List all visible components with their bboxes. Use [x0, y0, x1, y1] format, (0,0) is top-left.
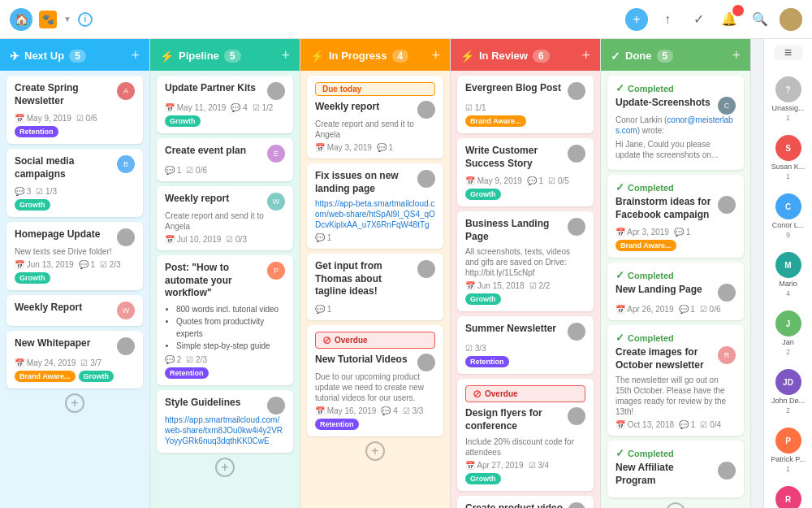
- avatar: R: [718, 346, 736, 364]
- table-row[interactable]: Fix issues on new landing page https://a…: [307, 163, 443, 249]
- avatar: [718, 462, 736, 480]
- add-card-button[interactable]: +: [215, 458, 235, 477]
- card-title: Update-Screenshots: [615, 97, 710, 110]
- sidebar-item[interactable]: J Jan 2: [764, 307, 812, 359]
- column-body-done: ✓ Completed Update-Screenshots C Conor L…: [601, 71, 750, 508]
- sidebar-item[interactable]: S Susan K... 1: [764, 132, 812, 184]
- avatar: M: [775, 252, 801, 278]
- column-title: In Progress: [329, 50, 387, 62]
- card-subtitle: Create report and send it to Angela: [165, 211, 285, 232]
- info-icon[interactable]: i: [78, 12, 93, 27]
- table-row[interactable]: ⊘ Overdue New Tutorial Videos Due to our…: [307, 325, 443, 436]
- sidebar-menu-icon[interactable]: ≡: [774, 46, 803, 60]
- table-row[interactable]: Create Spring Newsletter A 📅 May 9, 2019…: [6, 76, 143, 144]
- card-subtitle: The newsletter will go out on 15th Octob…: [615, 375, 736, 417]
- column-add-button[interactable]: +: [281, 47, 290, 64]
- list-item: Quotes from productivity experts: [176, 315, 285, 340]
- table-row[interactable]: ✓ Completed Update-Screenshots C Conor L…: [607, 76, 744, 170]
- table-row[interactable]: New Whitepaper 📅 May 24, 2019☑ 3/7Brand …: [6, 331, 143, 389]
- sidebar-item[interactable]: JD John De... 2: [764, 366, 812, 418]
- notifications-button[interactable]: 🔔: [718, 8, 741, 31]
- table-row[interactable]: ✓ Completed Create images for October ne…: [607, 325, 744, 436]
- home-button[interactable]: 🏠: [10, 8, 32, 31]
- table-row[interactable]: Create event plan E 💬 1☑ 0/6: [157, 138, 293, 181]
- add-card-button[interactable]: +: [666, 502, 685, 508]
- chevron-down-icon: ▼: [63, 15, 71, 24]
- card-subtitle: Due to our upcoming product update we ne…: [315, 371, 435, 403]
- card-date: 📅 May 11, 2019: [165, 103, 226, 112]
- add-card-button[interactable]: +: [365, 441, 385, 461]
- sidebar-item[interactable]: ? Unassig... 1: [764, 73, 812, 125]
- table-row[interactable]: Write Customer Success Story 📅 May 9, 20…: [457, 138, 594, 206]
- sidebar-item[interactable]: C Conor L... 9: [764, 190, 812, 242]
- column-icon: ⚡: [160, 50, 174, 63]
- card-tag: Growth: [465, 189, 501, 200]
- card-date: 📅 Jun 15, 2018: [465, 281, 525, 290]
- user-avatar[interactable]: [780, 8, 802, 31]
- card-tag: Growth: [165, 115, 201, 127]
- table-row[interactable]: ✓ Completed New Landing Page 📅 Apr 26, 2…: [607, 263, 744, 320]
- table-row[interactable]: Summer Newsletter ☑ 3/3Retention: [457, 316, 594, 374]
- table-row[interactable]: Homepage Update New texts see Drive fold…: [6, 222, 143, 290]
- avatar: JD: [775, 369, 801, 395]
- table-row[interactable]: Get input from Thomas about tagline idea…: [307, 254, 443, 320]
- card-tag: Growth: [465, 473, 501, 484]
- column-icon: ⚡: [460, 50, 474, 63]
- table-row[interactable]: ✓ Completed New Affiliate Program: [607, 441, 744, 497]
- card-title: Write Customer Success Story: [465, 145, 564, 170]
- table-row[interactable]: Weekly report W Create report and send i…: [157, 186, 293, 250]
- column-add-button[interactable]: +: [732, 47, 741, 64]
- column-add-button[interactable]: +: [431, 47, 440, 64]
- overdue-banner: ⊘ Overdue: [465, 385, 585, 402]
- project-name[interactable]: 🐾 ▼: [39, 11, 71, 28]
- column-add-button[interactable]: +: [581, 47, 590, 64]
- check-icon[interactable]: ✓: [687, 8, 710, 31]
- column-header-inreview: ⚡ In Review 6 +: [451, 39, 600, 71]
- card-date: 📅 May 24, 2019: [15, 358, 76, 367]
- column-title-group: ⚡ In Review 6: [460, 50, 550, 63]
- card-title: Summer Newsletter: [465, 323, 556, 336]
- card-link[interactable]: https://app.smartmailcloud.com/web-share…: [165, 415, 285, 446]
- column-body-pipeline: Update Partner Kits 📅 May 11, 2019💬 4☑ 1…: [150, 71, 300, 508]
- card-title: Design flyers for conference: [465, 407, 564, 432]
- table-row[interactable]: Business Landing Page All screenshots, t…: [457, 211, 594, 311]
- table-row[interactable]: Post: "How to automate your workflow" P …: [157, 255, 293, 385]
- table-row[interactable]: Evergreen Blog Post ☑ 1/1Brand Aware...: [457, 76, 594, 133]
- add-card-button[interactable]: +: [65, 393, 84, 413]
- card-email-link[interactable]: conor@meisterlabs.com: [615, 115, 733, 135]
- table-row[interactable]: Weekly Report W: [6, 295, 143, 326]
- card-meta: ☑ 1/1: [465, 103, 585, 112]
- card-comments: 💬 3: [15, 187, 31, 196]
- search-icon[interactable]: 🔍: [749, 8, 771, 31]
- avatar: P: [775, 428, 801, 454]
- table-row[interactable]: Style Guidelines https://app.smartmailcl…: [157, 390, 293, 453]
- column-add-button[interactable]: +: [131, 47, 140, 64]
- table-row[interactable]: Due today Weekly report Create report an…: [307, 76, 443, 158]
- card-header: Business Landing Page: [465, 218, 585, 246]
- table-row[interactable]: ✓ Completed Brainstorm ideas for Faceboo…: [607, 175, 744, 258]
- card-link[interactable]: https://app-beta.smartmailcloud.com/web-…: [315, 198, 435, 230]
- table-row[interactable]: Create product video for MeisterTask 💬 1…: [457, 496, 594, 508]
- sidebar-item[interactable]: P Patrick P... 1: [764, 424, 812, 476]
- card-title: Weekly report: [315, 101, 379, 114]
- avatar: [568, 218, 585, 236]
- column-title-group: ✓ Done 5: [611, 50, 673, 63]
- card-header: New Affiliate Program: [615, 462, 736, 490]
- column-icon: ⚡: [310, 50, 324, 63]
- add-button[interactable]: +: [625, 8, 648, 31]
- sidebar-item[interactable]: M Mario 4: [764, 249, 812, 301]
- card-header: Summer Newsletter: [465, 323, 585, 341]
- card-title: New Landing Page: [615, 284, 702, 297]
- kanban-board: ✈ Next Up 5 + Create Spring Newsletter A…: [0, 39, 763, 508]
- card-checks: ☑ 1/1: [465, 103, 486, 112]
- card-author: Conor Larkin (conor@meisterlabs.com) wro…: [615, 115, 736, 136]
- table-row[interactable]: Social media campaigns B 💬 3☑ 1/3Growth: [6, 149, 143, 217]
- sidebar-item[interactable]: R Raphael...: [764, 483, 812, 508]
- sidebar-user-name: John De...: [771, 397, 805, 405]
- table-row[interactable]: ⊘ Overdue Design flyers for conference I…: [457, 379, 594, 490]
- table-row[interactable]: Update Partner Kits 📅 May 11, 2019💬 4☑ 1…: [157, 76, 293, 133]
- upload-icon[interactable]: ↑: [656, 8, 679, 31]
- card-date: 📅 May 9, 2019: [465, 176, 522, 185]
- card-title: Style Guidelines: [165, 397, 240, 410]
- card-tag: Retention: [15, 126, 58, 137]
